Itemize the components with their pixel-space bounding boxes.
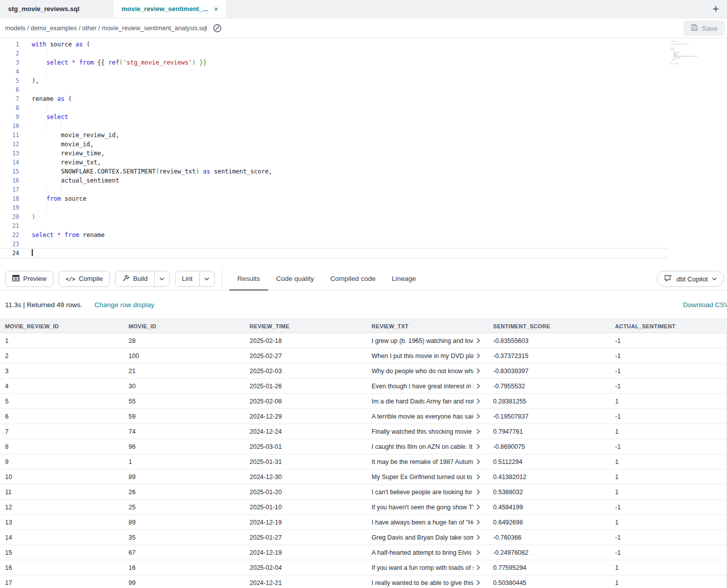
download-csv-link[interactable]: Download CSV (683, 290, 727, 319)
expand-cell-chevron-icon[interactable] (476, 368, 480, 374)
code-line[interactable]: 3 select * from {{ ref('stg_movie_review… (0, 58, 668, 67)
expand-cell-chevron-icon[interactable] (476, 519, 480, 525)
code-line[interactable]: 16 actual_sentiment (0, 176, 668, 185)
line-number: 22 (0, 230, 23, 240)
build-dropdown-chevron-icon[interactable] (154, 271, 169, 286)
code-line[interactable]: 13 review_time, (0, 149, 668, 158)
code-text (23, 249, 668, 258)
table-cell: -0.7955532 (488, 379, 610, 393)
dbt-copilot-button[interactable]: dbt Copilot (657, 271, 724, 287)
expand-cell-chevron-icon[interactable] (476, 429, 480, 434)
table-cell: 1 (610, 515, 727, 530)
table-row: 13892024-12-19I have always been a huge … (0, 515, 727, 530)
line-number: 13 (0, 149, 23, 158)
copilot-label: dbt Copilot (677, 275, 708, 283)
save-button[interactable]: Save (684, 21, 724, 36)
table-cell: 28 (124, 333, 245, 348)
table-cell: -1 (610, 409, 727, 424)
code-line[interactable]: 15 SNOWFLAKE.CORTEX.SENTIMENT(review_txt… (0, 167, 668, 176)
table-cell: 25 (124, 500, 245, 514)
table-cell: 9 (0, 454, 124, 469)
code-lines[interactable]: 1with source as (23 select * from {{ ref… (0, 40, 727, 258)
code-line[interactable]: 18 from source (0, 194, 668, 203)
code-line[interactable]: 8 (0, 103, 668, 112)
table-row: 8962025-03-01I caught this film on AZN o… (0, 439, 727, 454)
code-line[interactable]: 24 (0, 249, 668, 258)
expand-cell-chevron-icon[interactable] (476, 414, 480, 419)
code-line[interactable]: 19 (0, 203, 668, 212)
tab-movie-review-sentiment[interactable]: movie_review_sentiment_... × (113, 0, 227, 18)
code-line[interactable]: 17 (0, 185, 668, 194)
table-cell: 2025-02-18 (245, 333, 367, 348)
explore-compass-icon[interactable] (212, 23, 222, 33)
tab-compiled-code[interactable]: Compiled code (322, 267, 384, 290)
expand-cell-chevron-icon[interactable] (476, 474, 480, 480)
expand-cell-chevron-icon[interactable] (476, 383, 480, 389)
tab-label: stg_movie_reviews.sql (8, 5, 80, 13)
expand-cell-chevron-icon[interactable] (476, 489, 480, 495)
code-editor[interactable]: 1with source as (23 select * from {{ ref… (0, 38, 727, 267)
review-txt-value: When I put this movie in my DVD playe… (372, 348, 473, 363)
line-number: 5 (0, 76, 23, 85)
code-line[interactable]: 2 (0, 49, 668, 58)
expand-cell-chevron-icon[interactable] (476, 353, 480, 359)
expand-cell-chevron-icon[interactable] (476, 444, 480, 449)
table-cell: 2025-01-20 (245, 485, 367, 499)
tab-results[interactable]: Results (229, 267, 268, 290)
code-line[interactable]: 20) (0, 212, 668, 221)
table-cell: 2024-12-29 (245, 409, 367, 424)
review-txt-cell: I really wanted to be able to give this … (367, 575, 488, 588)
code-line[interactable]: 12 movie_id, (0, 140, 668, 149)
breadcrumb-row: models / demo_examples / other / movie_r… (0, 18, 727, 38)
table-row: 17992024-12-21I really wanted to be able… (0, 575, 727, 588)
code-text: review_txt, (23, 158, 668, 167)
code-line[interactable]: 23 (0, 240, 668, 249)
code-text: movie_id, (23, 140, 668, 149)
expand-cell-chevron-icon[interactable] (476, 504, 480, 510)
review-txt-cell: A half-hearted attempt to bring Elvis P… (367, 545, 488, 560)
code-line[interactable]: 22select * from rename (0, 230, 668, 240)
review-txt-cell: If you haven't seen the gong show TV s… (367, 500, 488, 514)
build-button[interactable]: Build (115, 271, 154, 286)
code-line[interactable]: 10 (0, 122, 668, 131)
lint-label: Lint (182, 275, 193, 282)
table-cell: 1 (124, 454, 245, 469)
close-tab-icon[interactable]: × (214, 5, 218, 13)
expand-cell-chevron-icon[interactable] (476, 338, 480, 343)
review-txt-cell: It may be the remake of 1987 Autumn'… (367, 454, 488, 469)
expand-cell-chevron-icon[interactable] (476, 565, 480, 570)
expand-cell-chevron-icon[interactable] (476, 398, 480, 404)
code-line[interactable]: 9 select (0, 112, 668, 122)
code-line[interactable]: 11 movie_review_id, (0, 131, 668, 140)
code-line[interactable]: 1with source as ( (0, 40, 668, 49)
table-row: 6592024-12-29A terrible movie as everyon… (0, 409, 727, 424)
line-number: 18 (0, 194, 23, 203)
code-line[interactable]: 14 review_txt, (0, 158, 668, 167)
expand-cell-chevron-icon[interactable] (476, 459, 480, 464)
tab-stg-movie-reviews[interactable]: stg_movie_reviews.sql (0, 0, 113, 18)
expand-cell-chevron-icon[interactable] (476, 550, 480, 555)
code-line[interactable]: 5), (0, 76, 668, 85)
code-text: select * from {{ ref('stg_movie_reviews'… (23, 58, 668, 67)
code-text (23, 122, 668, 131)
editor-minimap[interactable]: with source as ( select * from {{ ref('s… (670, 41, 704, 70)
tab-lineage[interactable]: Lineage (384, 267, 424, 290)
line-number: 1 (0, 40, 23, 49)
table-cell: 55 (124, 394, 245, 408)
lint-dropdown-chevron-icon[interactable] (199, 271, 214, 286)
compile-button[interactable]: </> Compile (58, 271, 110, 287)
code-line[interactable]: 21 (0, 221, 668, 230)
preview-button[interactable]: Preview (5, 271, 53, 287)
table-cell: 59 (124, 409, 245, 424)
expand-cell-chevron-icon[interactable] (476, 580, 480, 585)
code-line[interactable]: 4 (0, 67, 668, 76)
code-line[interactable]: 7rename as ( (0, 94, 668, 103)
new-tab-button[interactable]: + (706, 0, 725, 18)
lint-button[interactable]: Lint (175, 271, 199, 286)
table-cell: -1 (610, 545, 727, 560)
code-line[interactable]: 6 (0, 85, 668, 94)
table-row: 7742024-12-24Finally watched this shocki… (0, 424, 727, 439)
expand-cell-chevron-icon[interactable] (476, 535, 480, 540)
tab-code-quality[interactable]: Code quality (268, 267, 322, 290)
change-row-display-link[interactable]: Change row display (94, 301, 154, 309)
